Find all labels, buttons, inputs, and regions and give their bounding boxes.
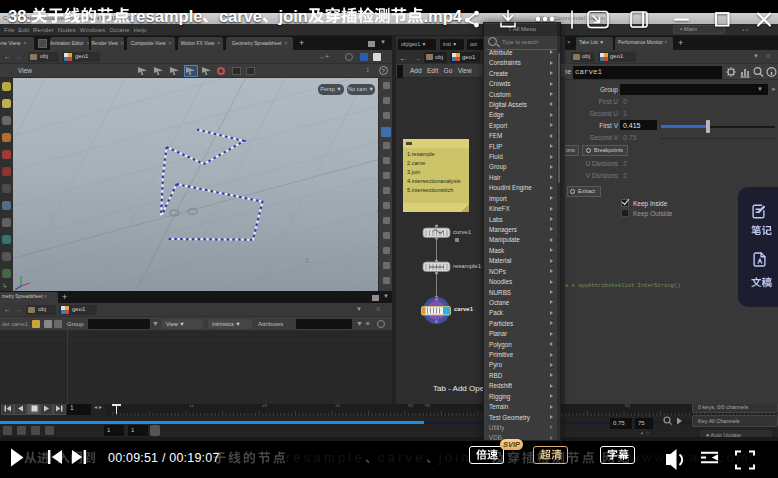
- svg-text:60: 60: [625, 404, 631, 408]
- svg-text:36: 36: [335, 404, 341, 408]
- svg-text:24: 24: [262, 404, 268, 408]
- svg-text:45: 45: [408, 404, 414, 408]
- svg-text:48: 48: [425, 404, 431, 408]
- svg-text:12: 12: [189, 404, 195, 408]
- svg-text:-1: -1: [303, 257, 309, 264]
